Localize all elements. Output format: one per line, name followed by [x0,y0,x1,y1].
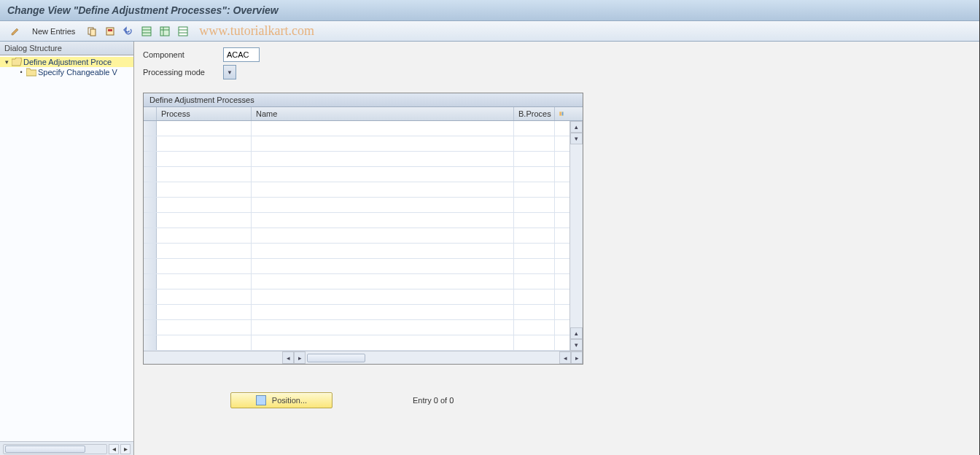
row-selector[interactable] [144,152,157,166]
row-selector[interactable] [144,259,157,273]
hscroll-last-icon[interactable]: ▸ [571,351,583,364]
cell-bproces[interactable] [514,182,555,197]
row-selector[interactable] [144,305,157,319]
cell-process[interactable] [157,213,252,228]
row-selector[interactable] [144,335,157,350]
select-all-icon[interactable] [139,23,155,39]
table-row[interactable] [144,259,569,274]
row-selector[interactable] [144,167,157,182]
vscroll-down2-icon[interactable]: ▾ [570,339,583,351]
column-bproces[interactable]: B.Proces [514,107,555,120]
table-row[interactable] [144,244,569,259]
row-selector[interactable] [144,274,157,289]
tree-expand-icon[interactable]: ▾ [3,58,10,66]
sidebar-scroll-right-icon[interactable]: ▸ [120,444,131,454]
column-selector[interactable] [144,107,157,120]
table-row[interactable] [144,152,569,167]
table-row[interactable] [144,335,569,351]
hscroll-track[interactable] [306,351,559,364]
table-row[interactable] [144,320,569,335]
cell-name[interactable] [252,320,514,335]
cell-process[interactable] [157,259,252,273]
hscroll-left-icon[interactable]: ▸ [294,351,306,364]
copy-icon[interactable] [84,23,100,39]
cell-name[interactable] [252,213,514,228]
cell-process[interactable] [157,182,252,197]
cell-bproces[interactable] [514,198,555,212]
cell-name[interactable] [252,167,514,182]
cell-process[interactable] [157,198,252,212]
new-entries-button[interactable]: New Entries [26,25,82,38]
vscroll-track[interactable] [570,144,583,327]
table-row[interactable] [144,182,569,198]
vscroll-down-icon[interactable]: ▾ [570,133,583,144]
cell-process[interactable] [157,320,252,335]
cell-name[interactable] [252,228,514,243]
processing-mode-dropdown[interactable]: ▼ [223,65,236,79]
row-selector[interactable] [144,244,157,258]
component-input[interactable] [223,47,260,62]
vscroll-up-icon[interactable]: ▴ [570,121,583,133]
cell-bproces[interactable] [514,259,555,273]
cell-process[interactable] [157,167,252,182]
sidebar-hscroll-thumb[interactable] [5,446,85,453]
sidebar-hscroll-track[interactable] [3,444,107,454]
table-row[interactable] [144,136,569,152]
cell-bproces[interactable] [514,305,555,319]
select-block-icon[interactable] [157,23,173,39]
row-selector[interactable] [144,198,157,212]
delete-icon[interactable] [102,23,118,39]
tree-item-define-adjustment[interactable]: ▾ Define Adjustment Proce [0,57,133,67]
column-name[interactable]: Name [252,107,514,120]
cell-bproces[interactable] [514,320,555,335]
table-row[interactable] [144,213,569,228]
cell-name[interactable] [252,274,514,289]
undo-icon[interactable] [120,23,136,39]
cell-bproces[interactable] [514,274,555,289]
cell-process[interactable] [157,121,252,136]
row-selector[interactable] [144,136,157,151]
row-selector[interactable] [144,228,157,243]
position-button[interactable]: Position... [230,392,332,408]
sidebar-scroll-left-icon[interactable]: ◂ [109,444,119,454]
cell-bproces[interactable] [514,167,555,182]
cell-bproces[interactable] [514,244,555,258]
table-row[interactable] [144,228,569,244]
cell-name[interactable] [252,335,514,350]
cell-process[interactable] [157,335,252,350]
cell-process[interactable] [157,228,252,243]
cell-name[interactable] [252,182,514,197]
cell-process[interactable] [157,289,252,304]
table-row[interactable] [144,274,569,289]
edit-icon[interactable] [7,23,23,39]
cell-name[interactable] [252,244,514,258]
row-selector[interactable] [144,213,157,228]
cell-bproces[interactable] [514,136,555,151]
table-row[interactable] [144,198,569,213]
cell-bproces[interactable] [514,152,555,166]
cell-process[interactable] [157,136,252,151]
cell-bproces[interactable] [514,228,555,243]
cell-name[interactable] [252,152,514,166]
cell-process[interactable] [157,274,252,289]
cell-process[interactable] [157,244,252,258]
table-row[interactable] [144,289,569,305]
table-row[interactable] [144,167,569,182]
cell-bproces[interactable] [514,289,555,304]
cell-name[interactable] [252,305,514,319]
row-selector[interactable] [144,289,157,304]
column-process[interactable]: Process [157,107,252,120]
vscroll-up2-icon[interactable]: ▴ [570,327,583,339]
table-row[interactable] [144,305,569,320]
tree-item-specify-changeable[interactable]: • Specify Changeable V [0,67,133,77]
cell-process[interactable] [157,152,252,166]
cell-name[interactable] [252,198,514,212]
cell-name[interactable] [252,136,514,151]
cell-bproces[interactable] [514,213,555,228]
cell-name[interactable] [252,121,514,136]
row-selector[interactable] [144,320,157,335]
cell-name[interactable] [252,289,514,304]
cell-bproces[interactable] [514,121,555,136]
table-row[interactable] [144,121,569,136]
cell-bproces[interactable] [514,335,555,350]
